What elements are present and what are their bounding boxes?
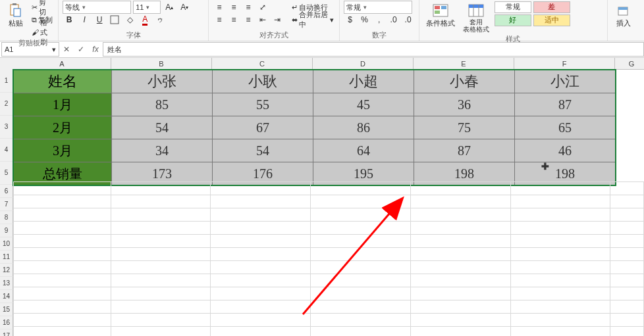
cell[interactable] xyxy=(14,287,111,300)
align-center-button[interactable]: ≡ xyxy=(227,14,240,26)
col-header-B[interactable]: B xyxy=(111,58,212,70)
row-header-3[interactable]: 3 xyxy=(0,116,13,139)
cell[interactable] xyxy=(211,300,311,314)
cell[interactable] xyxy=(610,248,644,261)
cell[interactable]: 45 xyxy=(313,93,414,116)
cell[interactable] xyxy=(211,182,311,195)
percent-button[interactable]: % xyxy=(358,14,371,26)
style-bad[interactable]: 差 xyxy=(533,1,570,13)
currency-button[interactable]: $ xyxy=(344,14,357,26)
cell[interactable] xyxy=(211,248,311,261)
cell[interactable] xyxy=(111,274,211,287)
paste-button[interactable]: 粘贴 xyxy=(4,1,28,30)
cell[interactable]: 小江 xyxy=(515,70,616,93)
cell[interactable]: 54 xyxy=(213,139,313,162)
cell[interactable] xyxy=(510,287,610,300)
cut-button[interactable]: ✂剪切 xyxy=(30,1,54,13)
cell[interactable] xyxy=(14,248,111,261)
cell[interactable] xyxy=(410,314,510,327)
cell[interactable]: 小耿 xyxy=(213,70,313,93)
cell[interactable] xyxy=(211,235,311,248)
cell[interactable] xyxy=(610,274,644,287)
cell[interactable] xyxy=(510,248,610,261)
cell[interactable] xyxy=(14,274,111,287)
cell[interactable] xyxy=(610,314,644,327)
cell[interactable]: 小张 xyxy=(112,70,213,93)
row-header-13[interactable]: 13 xyxy=(0,277,13,290)
empty-cells[interactable] xyxy=(13,181,644,336)
cell[interactable] xyxy=(311,208,411,222)
cell[interactable] xyxy=(111,195,211,208)
cell[interactable] xyxy=(610,182,644,195)
cell[interactable] xyxy=(14,208,111,222)
cell[interactable] xyxy=(510,274,610,287)
cell[interactable] xyxy=(311,287,411,300)
painter-button[interactable]: 🖌格式刷 xyxy=(30,26,54,38)
cell[interactable] xyxy=(14,195,111,208)
cell[interactable] xyxy=(14,235,111,248)
cell[interactable] xyxy=(510,261,610,274)
merge-center-button[interactable]: ⬌合并后居中▾ xyxy=(290,14,335,26)
cell[interactable]: 姓名 xyxy=(14,70,112,93)
cell[interactable] xyxy=(111,208,211,222)
cell[interactable] xyxy=(211,274,311,287)
cell[interactable] xyxy=(111,235,211,248)
row-header-9[interactable]: 9 xyxy=(0,224,13,237)
cell[interactable] xyxy=(211,314,311,327)
cell[interactable] xyxy=(410,222,510,235)
cell[interactable] xyxy=(311,195,411,208)
align-middle-button[interactable]: ≡ xyxy=(227,1,240,13)
cell[interactable] xyxy=(311,182,411,195)
cell[interactable]: 3月 xyxy=(14,139,112,162)
cell[interactable]: 55 xyxy=(213,93,313,116)
cell[interactable] xyxy=(610,195,644,208)
cell[interactable] xyxy=(211,287,311,300)
enter-formula-button[interactable]: ✓ xyxy=(74,45,88,54)
row-header-12[interactable]: 12 xyxy=(0,264,13,277)
cell[interactable] xyxy=(610,222,644,235)
cell[interactable] xyxy=(610,208,644,222)
cell[interactable] xyxy=(111,327,211,337)
cell[interactable] xyxy=(610,235,644,248)
col-header-A[interactable]: A xyxy=(13,58,111,70)
row-header-14[interactable]: 14 xyxy=(0,290,13,303)
name-box[interactable]: A1▾ xyxy=(1,42,59,57)
cell[interactable] xyxy=(111,287,211,300)
cell[interactable] xyxy=(311,327,411,337)
cell[interactable]: 87 xyxy=(515,93,616,116)
row-header-7[interactable]: 7 xyxy=(0,198,13,211)
col-header-F[interactable]: F xyxy=(514,58,615,70)
cell[interactable] xyxy=(311,261,411,274)
cell[interactable]: 67 xyxy=(213,116,313,139)
cell[interactable] xyxy=(311,300,411,314)
col-header-D[interactable]: D xyxy=(313,58,414,70)
number-format-combo[interactable]: 常规▾ xyxy=(344,1,412,14)
selected-range[interactable]: 姓名小张小耿小超小春小江1月85554536872月54678675653月34… xyxy=(13,70,616,185)
row-header-4[interactable]: 4 xyxy=(0,139,13,162)
cell[interactable] xyxy=(410,182,510,195)
data-table[interactable]: 姓名小张小耿小超小春小江1月85554536872月54678675653月34… xyxy=(13,70,616,185)
formula-input[interactable]: 姓名 xyxy=(103,42,644,57)
cell[interactable]: 75 xyxy=(414,116,515,139)
cell[interactable] xyxy=(410,235,510,248)
row-header-1[interactable]: 1 xyxy=(0,70,13,93)
cell[interactable] xyxy=(111,182,211,195)
style-normal[interactable]: 常规 xyxy=(495,1,531,13)
cell[interactable] xyxy=(410,274,510,287)
cell[interactable] xyxy=(510,314,610,327)
cell[interactable] xyxy=(111,222,211,235)
cell[interactable] xyxy=(410,287,510,300)
italic-button[interactable]: I xyxy=(78,14,91,26)
align-left-button[interactable]: ≡ xyxy=(213,14,226,26)
cell[interactable] xyxy=(111,248,211,261)
phonetic-button[interactable]: ゥ xyxy=(153,14,167,26)
font-size-combo[interactable]: 11▾ xyxy=(133,1,161,14)
row-header-16[interactable]: 16 xyxy=(0,316,13,329)
comma-button[interactable]: , xyxy=(373,14,386,26)
row-header-6[interactable]: 6 xyxy=(0,185,13,198)
cell[interactable] xyxy=(14,182,111,195)
inc-decimal-button[interactable]: .0 xyxy=(387,14,400,26)
select-all-button[interactable] xyxy=(0,58,14,70)
cell[interactable] xyxy=(510,327,610,337)
row-header-8[interactable]: 8 xyxy=(0,211,13,224)
